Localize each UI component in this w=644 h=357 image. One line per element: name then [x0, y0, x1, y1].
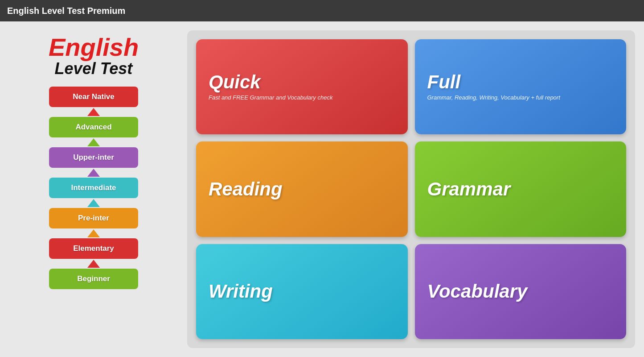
- card-reading[interactable]: Reading: [196, 141, 408, 237]
- arrow-connector-4: [87, 199, 100, 207]
- logo: English Level Test: [49, 35, 139, 78]
- right-panel: Quick Fast and FREE Grammar and Vocabula…: [187, 30, 635, 348]
- level-near-native[interactable]: Near Native: [49, 87, 138, 107]
- card-vocabulary-title: Vocabulary: [427, 282, 528, 301]
- card-reading-title: Reading: [209, 180, 283, 199]
- arrow-connector-1: [87, 108, 100, 116]
- arrow-connector-5: [87, 229, 100, 237]
- level-beginner[interactable]: Beginner: [49, 269, 138, 289]
- left-panel: English Level Test Near Native Advanced …: [9, 30, 178, 348]
- arrow-connector-2: [87, 138, 100, 146]
- arrow-connector-3: [87, 169, 100, 177]
- level-pre-inter[interactable]: Pre-inter: [49, 208, 138, 228]
- card-grammar-title: Grammar: [427, 180, 511, 199]
- level-upper-inter[interactable]: Upper-inter: [49, 147, 138, 168]
- card-full-subtitle: Grammar, Reading, Writing, Vocabulary + …: [427, 94, 560, 101]
- level-ladder: Near Native Advanced Upper-inter Interme…: [49, 87, 138, 289]
- logo-english: English: [49, 35, 139, 60]
- card-full-title: Full: [427, 73, 461, 91]
- main-content: English Level Test Near Native Advanced …: [0, 21, 644, 357]
- level-elementary[interactable]: Elementary: [49, 238, 138, 259]
- app-title: English Level Test Premium: [7, 6, 125, 16]
- level-advanced[interactable]: Advanced: [49, 117, 138, 137]
- card-grammar[interactable]: Grammar: [415, 141, 627, 237]
- card-writing[interactable]: Writing: [196, 244, 408, 339]
- card-writing-title: Writing: [209, 282, 273, 301]
- arrow-connector-6: [87, 260, 100, 268]
- card-vocabulary[interactable]: Vocabulary: [415, 244, 627, 339]
- level-intermediate[interactable]: Intermediate: [49, 178, 138, 198]
- card-quick[interactable]: Quick Fast and FREE Grammar and Vocabula…: [196, 39, 408, 134]
- card-quick-title: Quick: [209, 73, 261, 91]
- card-quick-subtitle: Fast and FREE Grammar and Vocabulary che…: [209, 94, 332, 101]
- logo-level-test: Level Test: [49, 60, 139, 78]
- card-full[interactable]: Full Grammar, Reading, Writing, Vocabula…: [415, 39, 627, 134]
- title-bar: English Level Test Premium: [0, 0, 644, 21]
